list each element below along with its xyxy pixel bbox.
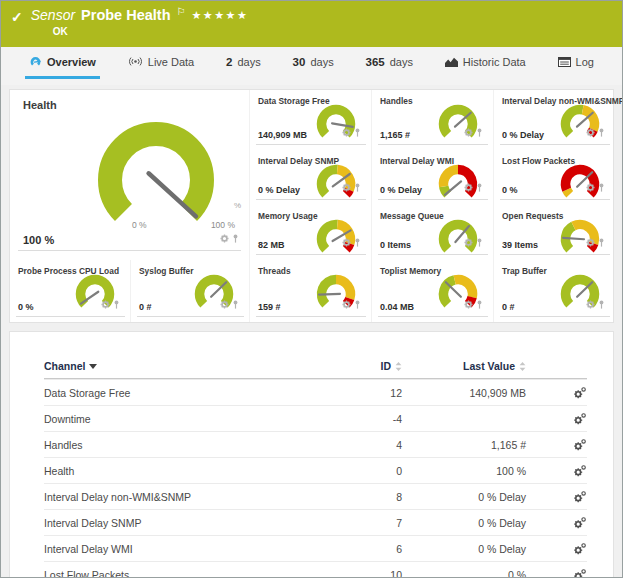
area-chart-icon <box>445 57 458 67</box>
channel-settings-button[interactable] <box>561 412 587 425</box>
cell-channel: Handles <box>44 439 322 451</box>
gauge-cell-handles[interactable]: Handles 1,165 # <box>371 90 493 150</box>
gauge-title: Toplist Memory <box>380 266 441 276</box>
gauge-cell-health[interactable]: Health 0 % 100 % % 100 % <box>10 90 249 260</box>
gauge-cell-interval-delay-non-wmi-snmp[interactable]: Interval Delay non-WMI&SNMP 0 % Delay <box>493 90 615 150</box>
gauge-cell-toplist-memory[interactable]: Toplist Memory 0.04 MB <box>371 260 493 322</box>
gauge-cell-memory-usage[interactable]: Memory Usage 82 MB <box>249 205 371 260</box>
gauge-cell-interval-delay-wmi[interactable]: Interval Delay WMI 0 % Delay <box>371 150 493 205</box>
pin-icon <box>476 128 483 137</box>
sort-arrows-icon[interactable] <box>395 362 402 371</box>
gauge-settings-button[interactable] <box>342 233 351 251</box>
gauge-pin-button[interactable] <box>113 295 120 313</box>
gauge-cell-open-requests[interactable]: Open Requests 39 Items <box>493 205 615 260</box>
gauge-settings-button[interactable] <box>464 295 473 313</box>
gauge-settings-button[interactable] <box>586 123 595 141</box>
tab-live-data[interactable]: Live Data <box>124 47 198 79</box>
channel-settings-button[interactable] <box>561 438 587 451</box>
column-header-id[interactable]: ID <box>322 360 402 372</box>
tab-30-days[interactable]: 30 days <box>289 47 338 79</box>
channel-settings-button[interactable] <box>561 386 587 399</box>
tab-365-days[interactable]: 365 days <box>361 47 416 79</box>
gauge-pin-button[interactable] <box>232 295 239 313</box>
gauge-pin-button[interactable] <box>354 123 361 141</box>
gauge-pin-button[interactable] <box>476 233 483 251</box>
gauges-panel: Health 0 % 100 % % 100 % Data Storage Fr… <box>9 89 614 323</box>
gauge-pin-button[interactable] <box>598 123 605 141</box>
tab-log[interactable]: Log <box>554 47 598 79</box>
cell-last-value: 0 % <box>402 569 526 578</box>
gauge-settings-button[interactable] <box>586 295 595 313</box>
cell-last-value: 1,165 # <box>402 439 526 451</box>
gear-link-icon <box>573 412 587 425</box>
priority-stars[interactable]: ★★★★★ <box>192 9 249 22</box>
channel-settings-button[interactable] <box>561 542 587 555</box>
gear-link-icon <box>573 438 587 451</box>
gauge-title: Trap Buffer <box>502 266 547 276</box>
gauge-settings-button[interactable] <box>464 233 473 251</box>
gauge-pin-button[interactable] <box>354 233 361 251</box>
gear-link-icon <box>573 464 587 477</box>
tab-label: days <box>390 56 413 68</box>
channel-settings-button[interactable] <box>561 464 587 477</box>
gauge-pin-button[interactable] <box>232 229 239 247</box>
cell-id: 10 <box>322 569 402 578</box>
cell-id: 7 <box>322 517 402 529</box>
gauge-settings-button[interactable] <box>342 178 351 196</box>
gauge-value: 0 Items <box>380 240 411 250</box>
gauge-pin-button[interactable] <box>598 178 605 196</box>
gauge-cell-trap-buffer[interactable]: Trap Buffer 0 # <box>493 260 615 322</box>
gauge-pin-button[interactable] <box>354 295 361 313</box>
gauge-settings-button[interactable] <box>464 123 473 141</box>
gear-icon <box>464 300 473 309</box>
gauge-pin-button[interactable] <box>598 233 605 251</box>
channel-settings-button[interactable] <box>561 568 587 578</box>
channel-settings-button[interactable] <box>561 516 587 529</box>
tab-number: 2 <box>226 56 232 68</box>
gauge-pin-button[interactable] <box>598 295 605 313</box>
gauge-icon <box>29 56 42 67</box>
gauge-cell-data-storage-free[interactable]: Data Storage Free 140,909 MB <box>249 90 371 150</box>
gear-icon <box>342 238 351 247</box>
pin-icon <box>354 128 361 137</box>
gauge-cell-threads[interactable]: Threads 159 # <box>249 260 371 322</box>
gauge-pin-button[interactable] <box>354 178 361 196</box>
tab-2-days[interactable]: 2 days <box>222 47 265 79</box>
gauge-settings-button[interactable] <box>586 178 595 196</box>
cell-last-value: 100 % <box>402 465 526 477</box>
gauge-value: 159 # <box>258 302 281 312</box>
gauge-pin-button[interactable] <box>476 178 483 196</box>
pin-icon <box>598 238 605 247</box>
gauge-title: Open Requests <box>502 211 563 221</box>
channel-settings-button[interactable] <box>561 490 587 503</box>
gauge-settings-button[interactable] <box>220 229 229 247</box>
gauge-cell-interval-delay-snmp[interactable]: Interval Delay SNMP 0 % Delay <box>249 150 371 205</box>
sort-desc-icon[interactable] <box>89 364 97 369</box>
gauge-value: 0 # <box>502 302 515 312</box>
gauge-cell-lost-flow-packets[interactable]: Lost Flow Packets 0 % <box>493 150 615 205</box>
tab-number: 365 <box>365 56 384 68</box>
gauge-settings-button[interactable] <box>464 178 473 196</box>
gauge-settings-button[interactable] <box>220 295 229 313</box>
gauge-cell-syslog-buffer[interactable]: Syslog Buffer 0 # <box>130 260 249 322</box>
cell-channel: Downtime <box>44 413 322 425</box>
column-header-last-value[interactable]: Last Value <box>402 360 526 372</box>
gauge-settings-button[interactable] <box>586 233 595 251</box>
cell-last-value: 140,909 MB <box>402 387 526 399</box>
channel-table: Channel ID Last Value Data Storage Free … <box>44 354 587 578</box>
gauge-value: 0 % <box>502 185 518 195</box>
gauge-pin-button[interactable] <box>476 295 483 313</box>
gauge-cell-message-queue[interactable]: Message Queue 0 Items <box>371 205 493 260</box>
flag-icon[interactable]: ⚐ <box>177 6 186 17</box>
column-header-channel[interactable]: Channel <box>44 360 322 372</box>
gauge-settings-button[interactable] <box>342 295 351 313</box>
sort-arrows-icon[interactable] <box>519 362 526 371</box>
gauge-settings-button[interactable] <box>342 123 351 141</box>
gauge-pin-button[interactable] <box>476 123 483 141</box>
gauge-value: 1,165 # <box>380 130 410 140</box>
gauge-cell-probe-process-cpu-load[interactable]: Probe Process CPU Load 0 % <box>10 260 130 322</box>
gauge-settings-button[interactable] <box>101 295 110 313</box>
tab-historic-data[interactable]: Historic Data <box>441 47 530 79</box>
tab-overview[interactable]: Overview <box>25 47 100 79</box>
gauge-value: 140,909 MB <box>258 130 307 140</box>
